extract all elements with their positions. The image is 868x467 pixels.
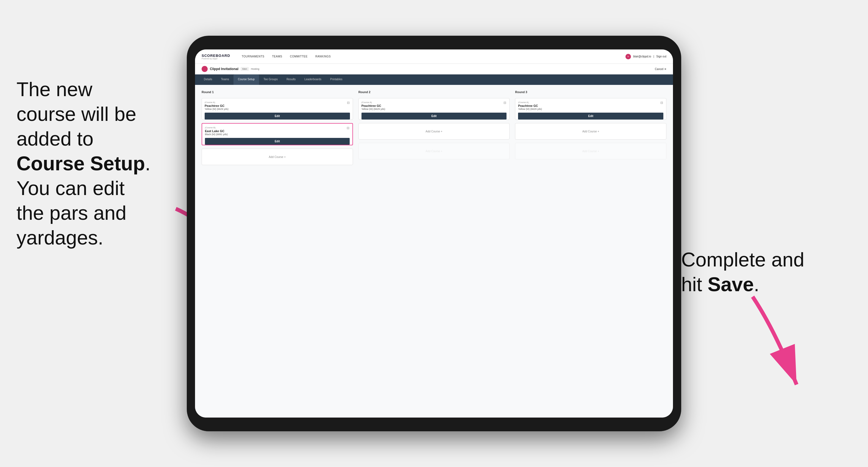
annotation-right-text: Complete andhit Save. xyxy=(681,249,804,295)
round-1-column: Round 1 ⊟ (Course A) Peachtree GC Yellow… xyxy=(202,90,353,165)
nav-rankings[interactable]: RANKINGS xyxy=(311,55,335,58)
round1-course-b-details: Black (M) (6891 yds) xyxy=(205,133,350,136)
main-content: Round 1 ⊟ (Course A) Peachtree GC Yellow… xyxy=(195,85,673,417)
round1-course-a-name: Peachtree GC xyxy=(205,104,350,107)
cancel-button[interactable]: Cancel ✕ xyxy=(655,68,666,71)
round3-course-a-delete-icon[interactable]: ⊟ xyxy=(659,100,664,105)
tab-course-setup[interactable]: Course Setup xyxy=(234,74,259,85)
nav-links: TOURNAMENTS TEAMS COMMITTEE RANKINGS xyxy=(238,55,625,58)
round3-add-course-disabled: Add Course + xyxy=(515,143,666,159)
round3-add-course-disabled-label: Add Course + xyxy=(582,150,599,153)
round1-course-a-details: Yellow (M) (6629 yds) xyxy=(205,108,350,111)
round2-add-course-disabled: Add Course + xyxy=(359,143,510,159)
round3-add-course-label: Add Course + xyxy=(582,130,599,133)
user-email: blair@clippd.io xyxy=(633,55,651,58)
annotation-right: Complete andhit Save. xyxy=(681,247,824,297)
rounds-grid: Round 1 ⊟ (Course A) Peachtree GC Yellow… xyxy=(202,90,666,165)
round-2-column: Round 2 ⊟ (Course A) Peachtree GC Yellow… xyxy=(359,90,510,165)
tournament-name: Clippd Invitational xyxy=(210,67,239,71)
round3-course-a-label: (Course A) xyxy=(518,101,663,103)
round-3-title: Round 3 xyxy=(515,90,666,94)
nav-tournaments[interactable]: TOURNAMENTS xyxy=(238,55,268,58)
logo-area: SCOREBOARD Powered by clippd xyxy=(202,54,230,60)
round3-course-a-name: Peachtree GC xyxy=(518,104,663,107)
tournament-logo: C xyxy=(202,66,208,72)
tab-details[interactable]: Details xyxy=(199,74,217,85)
nav-right: b blair@clippd.io | Sign out xyxy=(625,54,666,59)
round-3-column: Round 3 ⊟ (Course A) Peachtree GC Yellow… xyxy=(515,90,666,165)
powered-by: Powered by clippd xyxy=(202,58,230,60)
tab-results[interactable]: Results xyxy=(282,74,300,85)
round2-course-a-delete-icon[interactable]: ⊟ xyxy=(503,100,507,105)
round1-course-b-delete-icon[interactable]: ⊟ xyxy=(346,126,350,130)
round2-course-a-label: (Course A) xyxy=(362,101,507,103)
tab-tee-groups[interactable]: Tee Groups xyxy=(259,74,282,85)
tab-bar: Details Teams Course Setup Tee Groups Re… xyxy=(195,74,673,85)
tournament-status: Hosting xyxy=(251,68,259,70)
round1-course-a-delete-icon[interactable]: ⊟ xyxy=(346,100,350,105)
tournament-bar: C Clippd Invitational Men Hosting Cancel… xyxy=(195,64,673,74)
round3-course-a-edit-button[interactable]: Edit xyxy=(518,113,663,120)
user-avatar: b xyxy=(625,54,631,59)
gender-badge: Men xyxy=(241,67,249,71)
round1-course-b-label: (Course B) xyxy=(205,126,350,129)
round2-add-course-button[interactable]: Add Course + xyxy=(359,123,510,139)
round3-course-a-card: ⊟ (Course A) Peachtree GC Yellow (M) (66… xyxy=(515,98,666,120)
tablet-shell: SCOREBOARD Powered by clippd TOURNAMENTS… xyxy=(187,36,681,431)
round1-add-course-label: Add Course + xyxy=(269,155,286,158)
round-2-title: Round 2 xyxy=(359,90,510,94)
round3-add-course-button[interactable]: Add Course + xyxy=(515,123,666,139)
nav-committee[interactable]: COMMITTEE xyxy=(286,55,311,58)
round1-course-b-card: ⊟ (Course B) East Lake GC Black (M) (689… xyxy=(202,123,353,145)
round2-course-a-edit-button[interactable]: Edit xyxy=(362,113,507,120)
round1-course-a-card: ⊟ (Course A) Peachtree GC Yellow (M) (66… xyxy=(202,98,353,120)
pipe-separator: | xyxy=(653,55,654,58)
c-logo-letter: C xyxy=(203,66,206,71)
round2-course-a-name: Peachtree GC xyxy=(362,104,507,107)
round1-course-b-name: East Lake GC xyxy=(205,129,350,133)
nav-teams[interactable]: TEAMS xyxy=(268,55,286,58)
scoreboard-logo: SCOREBOARD xyxy=(202,54,230,58)
annotation-left: The newcourse will beadded toCourse Setu… xyxy=(17,77,176,250)
round1-course-a-edit-button[interactable]: Edit xyxy=(205,113,350,120)
tab-teams[interactable]: Teams xyxy=(217,74,234,85)
top-nav: SCOREBOARD Powered by clippd TOURNAMENTS… xyxy=(195,50,673,64)
tab-leaderboards[interactable]: Leaderboards xyxy=(300,74,326,85)
round1-course-b-edit-button[interactable]: Edit xyxy=(205,138,350,145)
round2-course-a-card: ⊟ (Course A) Peachtree GC Yellow (M) (66… xyxy=(359,98,510,120)
round2-add-course-label: Add Course + xyxy=(426,130,442,133)
annotation-left-text: The newcourse will beadded toCourse Setu… xyxy=(17,78,151,249)
sign-out-link[interactable]: Sign out xyxy=(656,55,666,58)
round2-add-course-disabled-label: Add Course + xyxy=(426,150,442,153)
round1-add-course-button[interactable]: Add Course + xyxy=(202,149,353,165)
round2-course-a-details: Yellow (M) (6629 yds) xyxy=(362,108,507,111)
round3-course-a-details: Yellow (M) (6629 yds) xyxy=(518,108,663,111)
tablet-screen: SCOREBOARD Powered by clippd TOURNAMENTS… xyxy=(195,50,673,417)
tournament-info: C Clippd Invitational Men Hosting xyxy=(202,66,259,72)
round-1-title: Round 1 xyxy=(202,90,353,94)
round1-course-a-label: (Course A) xyxy=(205,101,350,103)
tab-printables[interactable]: Printables xyxy=(326,74,347,85)
